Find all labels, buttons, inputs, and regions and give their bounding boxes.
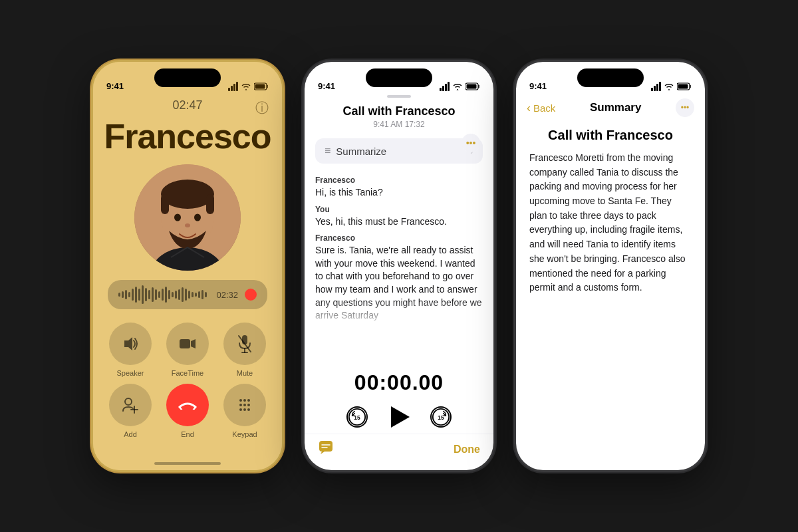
skip-forward-icon: 15 — [432, 407, 450, 427]
add-button[interactable] — [109, 384, 152, 426]
svg-point-30 — [239, 408, 242, 411]
svg-text:15: 15 — [354, 414, 360, 421]
home-indicator-2 — [366, 462, 432, 465]
summary-body-text: Francesco Moretti from the moving compan… — [529, 151, 692, 295]
wifi-icon-1 — [241, 82, 251, 90]
mute-btn-group: Mute — [223, 323, 266, 377]
info-button[interactable]: ⓘ — [255, 99, 269, 117]
phone-summary: 9:41 — [514, 60, 707, 472]
svg-rect-13 — [180, 339, 190, 348]
text-1: Yes, hi, this must be Francesco. — [315, 215, 483, 229]
drag-handle — [387, 95, 411, 98]
svg-line-22 — [180, 407, 182, 410]
summary-nav: ‹ Back Summary ••• — [516, 98, 705, 122]
summary-page-title: Summary — [590, 101, 641, 114]
mute-label: Mute — [237, 369, 253, 377]
wifi-icon-3 — [664, 82, 674, 90]
add-icon — [122, 396, 139, 414]
status-icons-3 — [651, 82, 692, 91]
transcript-fade — [315, 300, 483, 327]
call-timer: 02:47 — [172, 98, 202, 112]
more-options-button[interactable]: ••• — [462, 134, 480, 152]
status-time-1: 9:41 — [106, 81, 124, 91]
end-call-button[interactable] — [166, 384, 209, 426]
summarize-icon: ≡ — [325, 145, 331, 157]
svg-point-10 — [194, 214, 201, 221]
done-button[interactable]: Done — [454, 444, 480, 456]
facetime-label: FaceTime — [172, 369, 204, 377]
caller-avatar — [134, 164, 241, 271]
facetime-button[interactable] — [166, 323, 209, 365]
back-button[interactable]: ‹ Back — [527, 101, 555, 115]
svg-rect-8 — [206, 194, 214, 214]
svg-point-28 — [243, 404, 246, 406]
summary-call-title: Call with Francesco — [529, 128, 692, 143]
transcript-title: Call with Francesco — [315, 104, 483, 118]
speaker-0: Francesco — [315, 176, 483, 185]
svg-point-9 — [174, 214, 181, 221]
svg-rect-1 — [255, 84, 265, 89]
transcript-entry-1: You Yes, hi, this must be Francesco. — [315, 205, 483, 229]
skip-forward-button[interactable]: 15 — [430, 406, 452, 428]
add-btn-group: Add — [109, 384, 152, 438]
svg-point-27 — [239, 404, 242, 406]
speaker-icon — [122, 335, 139, 352]
call-buttons-row1: Speaker FaceTime — [109, 323, 266, 377]
summarize-bar[interactable]: ≡ Summarize › — [315, 138, 483, 164]
keypad-label: Keypad — [232, 430, 257, 438]
summary-more-button[interactable]: ••• — [676, 98, 694, 117]
playback-controls: 15 15 — [346, 404, 452, 430]
phone-2-screen: Call with Francesco 9:41 AM 17:32 ••• ≡ … — [305, 62, 493, 470]
speaker-btn-group: Speaker — [109, 323, 152, 377]
battery-icon-1 — [254, 82, 269, 90]
phones-container: 9:41 — [78, 47, 720, 485]
recording-bar: 02:32 — [108, 280, 267, 309]
end-btn-group: End — [166, 384, 209, 438]
summary-content: Call with Francesco Francesco Moretti fr… — [516, 122, 705, 470]
caller-name: Francesco — [104, 116, 271, 156]
skip-back-button[interactable]: 15 — [346, 406, 368, 428]
svg-marker-14 — [191, 339, 196, 348]
battery-icon-3 — [677, 82, 692, 90]
call-buttons-row2: Add End — [109, 384, 266, 438]
mute-icon — [237, 334, 252, 353]
end-label: End — [181, 430, 194, 438]
play-button[interactable] — [386, 404, 412, 430]
keypad-button[interactable] — [223, 384, 266, 426]
text-0: Hi, is this Tania? — [315, 186, 483, 200]
dynamic-island — [154, 68, 221, 87]
status-time-3: 9:41 — [529, 81, 547, 91]
skip-back-icon: 15 — [348, 407, 366, 427]
status-time-2: 9:41 — [318, 81, 335, 91]
avatar-svg — [134, 164, 241, 271]
record-dot — [245, 289, 257, 301]
svg-point-26 — [247, 399, 250, 402]
svg-point-11 — [185, 223, 190, 227]
waveform-visual — [118, 285, 209, 304]
chat-bubble-icon — [318, 440, 334, 456]
playback-time: 00:00.00 — [354, 370, 444, 395]
signal-icon-1 — [228, 82, 238, 91]
dynamic-island-2 — [366, 68, 432, 87]
chevron-left-icon: ‹ — [527, 101, 531, 115]
wifi-icon-2 — [452, 82, 463, 90]
record-time: 02:32 — [216, 290, 238, 300]
speaker-2: Francesco — [315, 233, 483, 243]
svg-rect-34 — [467, 84, 477, 89]
transcript-chat-icon[interactable] — [318, 440, 334, 460]
transcript-scroll[interactable]: Francesco Hi, is this Tania? You Yes, hi… — [305, 170, 493, 364]
status-icons-1 — [228, 82, 269, 91]
dynamic-island-3 — [577, 68, 644, 87]
svg-point-32 — [247, 408, 250, 411]
svg-point-29 — [247, 404, 250, 406]
svg-point-24 — [239, 399, 242, 402]
svg-text:15: 15 — [438, 414, 444, 421]
keypad-btn-group: Keypad — [223, 384, 266, 438]
home-indicator-1 — [154, 462, 221, 465]
facetime-icon — [179, 336, 196, 351]
speaker-label: Speaker — [117, 369, 144, 377]
mute-button[interactable] — [223, 323, 266, 365]
speaker-button[interactable] — [109, 323, 152, 365]
svg-rect-7 — [161, 194, 169, 214]
home-indicator-3 — [577, 462, 644, 465]
